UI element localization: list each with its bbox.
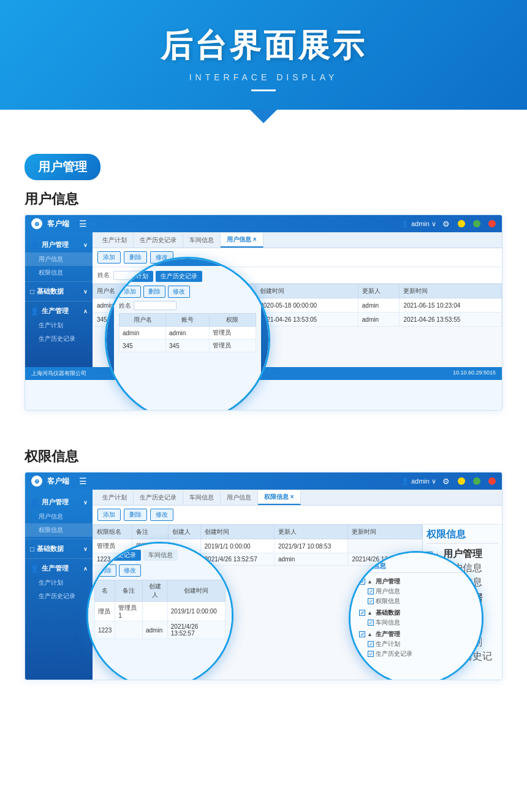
zoom-table-2a: 名 备注 创建人 创建时间 理员 管理员1 2019/1/1 0:00:00 [94,580,226,639]
app-window-2: ⊕ 客户端 ☰ 👤 admin ∨ ⚙ 👤用户管理∨ 用户信息 权限信息 [25,472,502,680]
tab-perm-2[interactable]: 权限信息 × [258,490,301,505]
tab-workshop-2[interactable]: 车间信息 [183,491,221,504]
sidebar-header-user-2[interactable]: 👤用户管理∨ [25,495,93,510]
zoom-row-2: 345 345 管理员 [119,340,256,352]
tab-user-1[interactable]: 用户信息 × [221,233,264,248]
toolbar-2: 添加 删除 修改 [93,506,502,525]
settings-icon-1[interactable]: ⚙ [442,219,450,229]
tab-plan-2[interactable]: 生产计划 [96,491,134,504]
tab-workshop-1[interactable]: 车间信息 [183,233,221,247]
zoom-edit-2a[interactable]: 修改 [119,564,141,577]
zoom-inner-1: 生产计划 生产历史记录 添加 删除 修改 姓名 [107,259,268,411]
zoom-check-base[interactable]: ✓ [359,610,365,616]
hero-section: 后台界面展示 INTERFACE DISPLAY [0,0,527,110]
maximize-btn-2[interactable] [473,477,480,485]
tab-history-1[interactable]: 生产历史记录 [134,233,183,247]
zoom-circle-2b: 权限信息 ✓ ▲用户管理 ✓ 用户信息 ✓ 权限信息 ✓ [349,551,483,680]
sidebar-item-userinfo-2[interactable]: 用户信息 [25,510,93,523]
col-updater2: 更新人 [275,525,348,539]
edit-btn-2[interactable]: 修改 [150,509,173,521]
footer-ip-1: 10.10.60.29:5015 [453,370,496,378]
zoom-del-btn[interactable]: 删除 [143,286,165,298]
titlebar-1: ⊕ 客户端 ☰ 👤 admin ∨ ⚙ [25,215,502,232]
zt2a-col2: 备注 [115,580,143,602]
zoom-perm-prod-hdr: ✓ ▲生产管理 [359,629,473,639]
zoom-add-btn[interactable]: 添加 [119,286,141,298]
zoom-perm-base: ✓ ▲基础数据 ✓ 车间信息 [359,608,473,628]
zt2a-row2: 1223 admin 2021/4/26 13:52:57 [95,621,226,639]
zoom-perm-base-hdr: ✓ ▲基础数据 [359,608,473,618]
hamburger-icon-2[interactable]: ☰ [79,476,87,486]
col-updatetime: 更新时间 [400,284,502,298]
zoom-tab-2a-1[interactable]: 生产历史记录 [94,550,141,561]
sidebar-2: 👤用户管理∨ 用户信息 权限信息 □基础数据∨ 👤生产管理∧ 生产计划 生产历史… [25,490,93,680]
zoom-tabbar-1: 生产计划 生产历史记录 [119,271,256,282]
col-creator2: 创建人 [169,525,200,539]
zoom-check-prod[interactable]: ✓ [359,631,365,637]
zoom-toolbar-1: 添加 删除 修改 [119,286,256,298]
sidebar-item-history-2[interactable]: 生产历史记录 [25,590,93,603]
zoom-table-1: 用户名 账号 权限 admin admin 管理员 [119,313,256,352]
zoom-check-user[interactable]: ✓ [359,579,365,585]
tab-user-2[interactable]: 用户信息 [221,491,258,504]
sidebar-item-perms-2[interactable]: 权限信息 [25,523,93,537]
right-panel-title-2: 权限信息 [427,528,498,544]
zoom-edit-btn[interactable]: 修改 [168,286,190,298]
minimize-btn-1[interactable] [458,220,465,227]
sidebar-item-plan-2[interactable]: 生产计划 [25,576,93,590]
titlebar-2: ⊕ 客户端 ☰ 👤 admin ∨ ⚙ [25,472,502,490]
zoom-check-pi[interactable]: ✓ [368,598,374,604]
col-permname: 权限组名 [93,525,132,539]
user-label-2: 👤 admin ∨ [401,477,436,485]
maximize-btn-1[interactable] [473,220,480,227]
sidebar-header-base[interactable]: □基础数据∨ [25,284,93,299]
zoom-check-hist-z[interactable]: ✓ [368,651,374,657]
tab-bar-2: 生产计划 生产历史记录 车间信息 用户信息 权限信息 × [93,490,502,506]
close-btn-2[interactable] [488,477,496,485]
add-btn-2[interactable]: 添加 [97,509,121,521]
sidebar-header-base-2[interactable]: □基础数据∨ [25,541,93,556]
zoom-search-input[interactable] [134,301,176,310]
close-btn-1[interactable] [488,220,496,227]
sidebar-item-userinfo[interactable]: 用户信息 [25,252,93,266]
zoom-tab-history[interactable]: 生产历史记录 [156,271,202,282]
zoom-tabbar-2a: 生产历史记录 车间信息 [94,550,226,561]
zt2a-col4: 创建时间 [167,580,225,602]
zoom-check-ui[interactable]: ✓ [368,588,374,594]
titlebar-left-1: ⊕ 客户端 ☰ [31,218,87,229]
sidebar-item-history[interactable]: 生产历史记录 [25,332,93,346]
tab-history-2[interactable]: 生产历史记录 [134,491,183,504]
sidebar-item-plan[interactable]: 生产计划 [25,319,93,332]
col-createtime2: 创建时间 [200,525,274,539]
hamburger-icon-1[interactable]: ☰ [79,219,87,229]
sidebar-header-prod-2[interactable]: 👤生产管理∧ [25,561,93,576]
tab-plan-1[interactable]: 生产计划 [96,233,134,247]
zoom-col-user: 用户名 [119,314,166,327]
zoom-child-plan: ✓ 生产计划 [359,639,473,649]
settings-icon-2[interactable]: ⚙ [442,477,450,486]
zoom-perm-user: ✓ ▲用户管理 ✓ 用户信息 ✓ 权限信息 [359,577,473,606]
sidebar-header-user[interactable]: 👤用户管理∨ [25,237,93,252]
zoom-child-pi: ✓ 权限信息 [359,596,473,606]
zoom-check-ws[interactable]: ✓ [368,620,374,626]
minimize-btn-2[interactable] [458,477,465,485]
zoom-perm-user-hdr: ✓ ▲用户管理 [359,577,473,586]
zoom-del-2a[interactable]: 删除 [94,564,116,577]
sidebar-header-prod[interactable]: 👤生产管理∧ [25,303,93,319]
zoom-tab-2a-2[interactable]: 车间信息 [143,550,178,561]
col-updatetime2: 更新时间 [348,525,422,539]
col-updater: 更新人 [358,284,400,298]
zoom-child-ui: ✓ 用户信息 [359,586,473,596]
tab-bar-1: 生产计划 生产历史记录 车间信息 用户信息 × [93,232,502,248]
titlebar-right-1: 👤 admin ∨ ⚙ [401,219,496,229]
hero-divider [251,89,276,91]
zoom-tab-plan[interactable]: 生产计划 [119,271,153,282]
zoom-check-plan-z[interactable]: ✓ [368,641,374,647]
zt2a-col3: 创建人 [142,580,167,602]
col-note: 备注 [132,525,169,539]
sidebar-item-perms[interactable]: 权限信息 [25,266,93,279]
zoom-inner-2a: 生产历史记录 车间信息 删除 修改 名 备注 创建人 创建时间 [88,544,232,680]
delete-btn-2[interactable]: 删除 [124,509,147,521]
zoom-perm-prod: ✓ ▲生产管理 ✓ 生产计划 ✓ 生产历史记录 [359,629,473,659]
titlebar-left-2: ⊕ 客户端 ☰ [31,476,87,487]
